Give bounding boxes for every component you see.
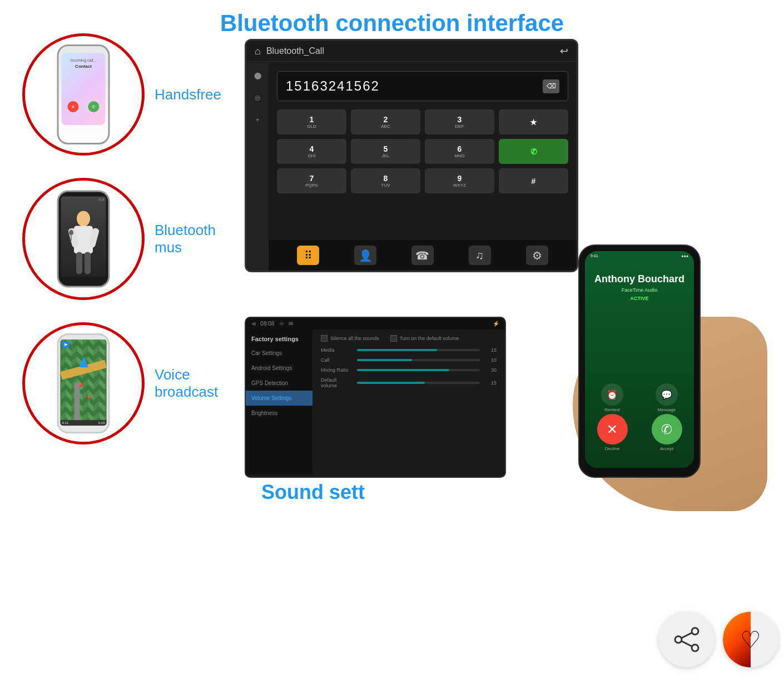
action-buttons-section: ♡ [659,612,778,667]
message-btn[interactable]: 💬 Message [656,383,678,412]
radio-header: ⌂ Bluetooth_Call ↩ [246,41,577,62]
recent-calls-icon[interactable]: ☎ [411,246,434,265]
mixing-value: 30 [485,367,497,373]
media-label: Media [321,347,351,353]
accept-button[interactable]: ✆ [652,414,682,445]
iphone-signal: ●●● [681,254,688,258]
phone-number-display: 15163241562 ⌫ [277,71,568,101]
dialpad-icon[interactable]: ⠿ [297,246,319,265]
key-hash[interactable]: # [499,168,568,193]
heart-button[interactable]: ♡ [723,612,778,667]
bluetooth-mus-circle: 8:16 [22,178,145,300]
mixing-slider-track[interactable] [357,369,480,371]
phone3-screen: 📍 📍 ▶ 0:110:18 [61,339,107,426]
key-7[interactable]: 7 PQRS [277,168,346,193]
backspace-button[interactable]: ⌫ [543,79,559,93]
contacts-icon[interactable]: 👤 [354,246,376,265]
incoming-call-section: 9:41 ●●● Anthony Bouchard FaceTime Audio… [556,233,767,511]
key-6[interactable]: 6 MNO [425,139,494,164]
handsfree-phone: Incoming call... Contact ✕ ✆ [57,44,110,144]
key-5[interactable]: 5 JKL [351,139,420,164]
phone1-screen: Incoming call... Contact ✕ ✆ [62,53,106,125]
settings-top-options: Silence all the sounds Turn on the defau… [321,335,497,342]
decline-button[interactable]: ✕ [597,414,628,445]
sidebar-icon-1: ⬤ [251,68,265,82]
remind-me-btn[interactable]: ⏰ Remind [601,383,623,412]
default-volume-value: 15 [485,380,497,386]
decline-label: Decline [597,446,628,451]
voice-broadcast-phone: 📍 📍 ▶ 0:110:18 [57,333,110,433]
silence-checkbox[interactable] [321,335,328,342]
singer-svg [66,205,102,277]
music-icon[interactable]: ♫ [469,246,491,265]
phone1-call-buttons: ✕ ✆ [62,99,106,114]
svg-point-10 [692,645,698,651]
svg-rect-5 [85,252,91,274]
settings-item-android[interactable]: Android Settings [246,361,312,376]
default-volume-checkbox[interactable] [390,335,397,342]
media-value: 15 [485,347,497,353]
sidebar-icon-3: + [251,113,265,127]
call-value: 10 [485,357,497,363]
call-action-buttons: ✕ Decline ✆ Accept [585,414,694,451]
nav-instruction: ▶ [62,341,70,348]
settings-header: ⊲ 08:08 ♾ ✉ ⚡ [246,318,505,329]
share-icon [673,626,701,653]
svg-line-11 [682,633,692,638]
iphone-incoming: 9:41 ●●● Anthony Bouchard FaceTime Audio… [578,244,701,478]
settings-item-gps[interactable]: GPS Detection [246,376,312,391]
default-volume-slider-track[interactable] [357,382,480,384]
sound-settings-label: Sound sett [261,481,365,504]
svg-line-12 [682,641,692,646]
settings-content: Silence all the sounds Turn on the defau… [312,329,505,475]
voice-broadcast-item: 📍 📍 ▶ 0:110:18 Voice broadcast [22,322,234,445]
key-4[interactable]: 4 GHI [277,139,346,164]
default-volume-option[interactable]: Turn on the default volume [390,335,459,342]
gps-pin-1: 📍 [77,383,85,391]
accept-call-btn[interactable]: ✆ [88,101,99,112]
key-star[interactable]: ★ [499,109,568,134]
call-slider-fill [357,359,412,361]
handsfree-label: Handsfree [155,86,221,103]
mixing-slider-fill [357,369,449,371]
call-slider-track[interactable] [357,359,480,361]
media-slider-track[interactable] [357,349,480,351]
settings-layout: Factory settings Car Settings Android Se… [246,329,505,475]
share-button[interactable] [659,612,714,667]
settings-icon[interactable]: ⚙ [526,246,548,265]
key-2[interactable]: 2 ABC [351,109,420,134]
radio-bottom-bar: ⠿ 👤 ☎ ♫ ⚙ [269,240,577,271]
key-3[interactable]: 3 DEF [425,109,494,134]
settings-item-brightness[interactable]: Brightness [246,406,312,421]
key-1[interactable]: 1 GLD [277,109,346,134]
settings-item-factory: Factory settings [246,332,312,346]
settings-item-volume[interactable]: Volume Settings [246,391,312,406]
media-slider-row: Media 15 [321,347,497,353]
call-type: FaceTime Audio [585,287,694,293]
bluetooth-mus-phone: 8:16 [57,191,110,288]
voice-broadcast-circle: 📍 📍 ▶ 0:110:18 [22,322,145,445]
call-mid-actions: ⏰ Remind 💬 Message [585,383,694,412]
key-call-accept[interactable]: ✆ [499,139,568,164]
key-9[interactable]: 9 WXYZ [425,168,494,193]
default-volume-slider-label: Default volume [321,377,351,388]
settings-item-car[interactable]: Car Settings [246,346,312,361]
key-8[interactable]: 8 TUV [351,168,420,193]
silence-all-option[interactable]: Silence all the sounds [321,335,379,342]
call-label: Call [321,357,351,363]
bluetooth-mus-label: Bluetooth mus [155,222,234,256]
home-icon[interactable]: ⌂ [255,46,261,57]
mixing-label: Mixing Ratio [321,367,351,373]
default-volume-label: Turn on the default volume [400,336,459,341]
gps-pin-2: 📍 [86,396,92,402]
iphone-time: 9:41 [591,254,598,258]
decline-call-btn[interactable]: ✕ [68,101,79,112]
bluetooth-call-title: Bluetooth_Call [266,46,560,56]
page-title: Bluetooth connection interface [0,10,784,37]
message-icon: 💬 [656,383,678,406]
mixing-slider-row: Mixing Ratio 30 [321,367,497,373]
handsfree-circle: Incoming call... Contact ✕ ✆ [22,33,145,156]
back-icon[interactable]: ↩ [560,45,568,57]
svg-point-8 [692,628,698,635]
settings-header-right: ⚡ [493,321,499,327]
